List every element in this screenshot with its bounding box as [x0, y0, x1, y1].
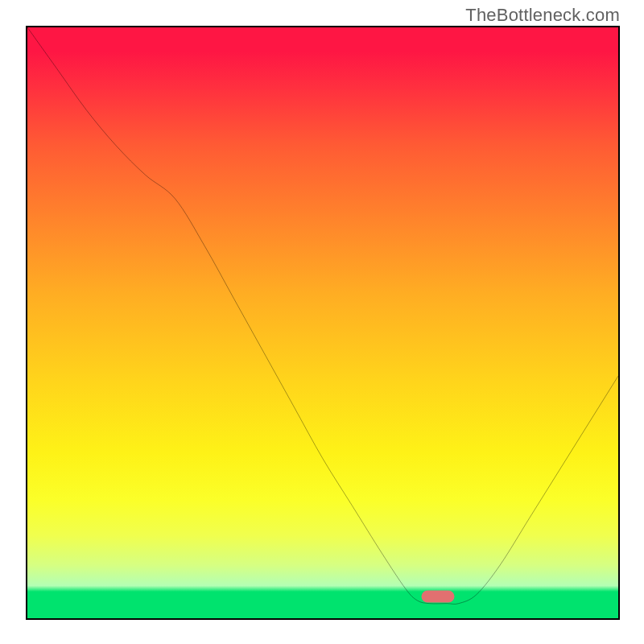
watermark-text: TheBottleneck.com — [465, 5, 620, 26]
optimal-marker — [422, 590, 455, 602]
bottleneck-curve-path — [27, 27, 618, 604]
chart-curve-svg — [27, 27, 618, 618]
chart-plot-area — [26, 26, 620, 620]
